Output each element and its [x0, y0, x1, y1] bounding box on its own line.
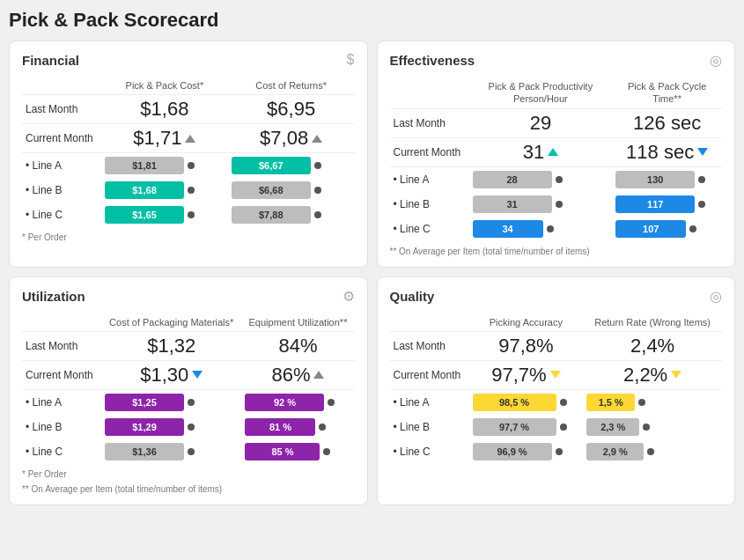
financial-card-header: Financial $: [22, 52, 355, 68]
effectiveness-linec-v1-dot: [547, 225, 554, 232]
utilization-table: Cost of Packaging Materials* Equipment U…: [22, 313, 355, 464]
effectiveness-last-month-v1: 29: [469, 108, 613, 137]
page-title: Pick & Pack Scorecard: [9, 9, 735, 32]
utilization-col1-header: Cost of Packaging Materials*: [101, 313, 241, 332]
effectiveness-linec-v2-dot: [689, 225, 696, 232]
effectiveness-lineb-v1: 31: [469, 192, 613, 217]
quality-linea-v1: 98,5 %: [469, 389, 584, 415]
effectiveness-linea-v2-dot: [698, 176, 705, 183]
financial-v2-arrow: [312, 135, 322, 143]
quality-linec-v1: 96,9 %: [469, 439, 584, 464]
effectiveness-card-header: Effectiveness ◎: [390, 52, 723, 69]
effectiveness-table: Pick & Pack Productivity Person/Hour Pic…: [390, 77, 723, 241]
financial-linea-v1: $1,81: [101, 153, 228, 179]
utilization-linec-v2-dot: [323, 448, 330, 455]
financial-v1-arrow: [185, 135, 195, 143]
financial-current-month-v1: $1,71: [101, 124, 228, 153]
financial-last-month-v1: $1,68: [101, 95, 228, 124]
quality-last-month-v2: 2,4%: [583, 331, 722, 360]
financial-icon: $: [347, 52, 355, 68]
utilization-lineb-v1: $1,29: [101, 415, 241, 439]
effectiveness-linec-v1: 34: [469, 217, 613, 241]
financial-table: Pick & Pack Cost* Cost of Returns* Last …: [22, 77, 355, 227]
quality-linea-v1-dot: [560, 399, 567, 406]
financial-linec-label: • Line C: [22, 203, 101, 227]
quality-last-month-v1: 97,8%: [469, 331, 584, 360]
quality-linea-v2-dot: [638, 399, 645, 406]
financial-linea-v1-dot: [188, 162, 195, 169]
utilization-current-month-label: Current Month: [22, 360, 101, 389]
effectiveness-linea-v1-dot: [556, 176, 563, 183]
financial-col2-header: Cost of Returns*: [228, 77, 355, 95]
quality-v1-arrow: [550, 371, 561, 379]
quality-linec-v1-dot: [556, 448, 563, 455]
utilization-last-month-v2: 84%: [241, 331, 354, 360]
financial-col1-header: Pick & Pack Cost*: [101, 77, 228, 95]
quality-linea-label: • Line A: [390, 389, 469, 415]
effectiveness-current-month-label: Current Month: [390, 137, 469, 166]
financial-last-month-v2: $6,95: [228, 95, 355, 124]
utilization-col2-header: Equipment Utilization**: [241, 313, 354, 332]
utilization-linea-v1: $1,25: [101, 389, 241, 415]
quality-linea-v2: 1,5 %: [583, 389, 722, 415]
quality-lineb-v2: 2,3 %: [583, 415, 722, 439]
financial-lineb-v1: $1,68: [101, 178, 228, 203]
quality-col2-header: Return Rate (Wrong Items): [583, 313, 722, 332]
utilization-linec-v1: $1,36: [101, 439, 241, 464]
financial-linea-v2: $6,67: [228, 153, 355, 179]
quality-icon: ◎: [710, 288, 722, 305]
utilization-note1: * Per Order: [22, 469, 355, 479]
effectiveness-note: ** On Average per Item (total time/numbe…: [390, 247, 723, 256]
quality-col1-header: Picking Accuracy: [469, 313, 584, 332]
utilization-v1-arrow: [192, 371, 203, 379]
utilization-icon: ⚙: [343, 288, 355, 305]
financial-linea-v2-dot: [314, 162, 321, 169]
effectiveness-current-month-v1: 31: [469, 137, 613, 166]
financial-linea-label: • Line A: [22, 153, 101, 179]
financial-last-month-label: Last Month: [22, 95, 101, 124]
quality-current-month-v2: 2,2%: [583, 360, 722, 389]
quality-card: Quality ◎ Picking Accuracy Return Rate (…: [377, 276, 736, 505]
financial-lineb-v2: $6,68: [228, 178, 355, 203]
effectiveness-lineb-v2: 117: [612, 192, 722, 217]
financial-current-month-label: Current Month: [22, 124, 101, 153]
utilization-note2: ** On Average per Item (total time/numbe…: [22, 484, 355, 494]
utilization-title: Utilization: [22, 289, 85, 304]
utilization-lineb-label: • Line B: [22, 415, 101, 439]
financial-card: Financial $ Pick & Pack Cost* Cost of Re…: [9, 41, 368, 268]
utilization-card-header: Utilization ⚙: [22, 288, 355, 305]
effectiveness-col1-header: Pick & Pack Productivity Person/Hour: [469, 77, 613, 108]
effectiveness-current-month-v2: 118 sec: [612, 137, 722, 166]
effectiveness-lineb-v1-dot: [556, 201, 563, 208]
quality-last-month-label: Last Month: [390, 331, 469, 360]
utilization-current-month-v2: 86%: [241, 360, 354, 389]
financial-note: * Per Order: [22, 232, 355, 242]
utilization-linea-v1-dot: [188, 399, 195, 406]
effectiveness-linec-v2: 107: [612, 217, 722, 241]
quality-current-month-label: Current Month: [390, 360, 469, 389]
quality-lineb-v2-dot: [643, 424, 650, 431]
effectiveness-last-month-v2: 126 sec: [612, 108, 722, 137]
quality-v2-arrow: [671, 371, 681, 379]
effectiveness-v2-arrow: [697, 148, 708, 156]
financial-linec-v1: $1,65: [101, 203, 228, 227]
effectiveness-card: Effectiveness ◎ Pick & Pack Productivity…: [377, 41, 736, 268]
quality-lineb-v1: 97,7 %: [469, 415, 584, 439]
utilization-linec-v2: 85 %: [241, 439, 354, 464]
effectiveness-linea-v1: 28: [469, 166, 613, 192]
effectiveness-v1-arrow: [548, 148, 558, 156]
effectiveness-icon: ◎: [710, 52, 722, 69]
effectiveness-linec-label: • Line C: [390, 217, 469, 241]
utilization-last-month-v1: $1,32: [101, 331, 241, 360]
financial-lineb-v1-dot: [188, 187, 195, 194]
utilization-lineb-v2-dot: [319, 424, 326, 431]
quality-linec-v2-dot: [647, 448, 654, 455]
quality-lineb-v1-dot: [560, 424, 567, 431]
effectiveness-lineb-label: • Line B: [390, 192, 469, 217]
quality-card-header: Quality ◎: [390, 288, 723, 305]
effectiveness-linea-label: • Line A: [390, 166, 469, 192]
utilization-v2-arrow: [313, 371, 324, 379]
utilization-current-month-v1: $1,30: [101, 360, 241, 389]
quality-current-month-v1: 97,7%: [469, 360, 584, 389]
effectiveness-linea-v2: 130: [612, 166, 722, 192]
